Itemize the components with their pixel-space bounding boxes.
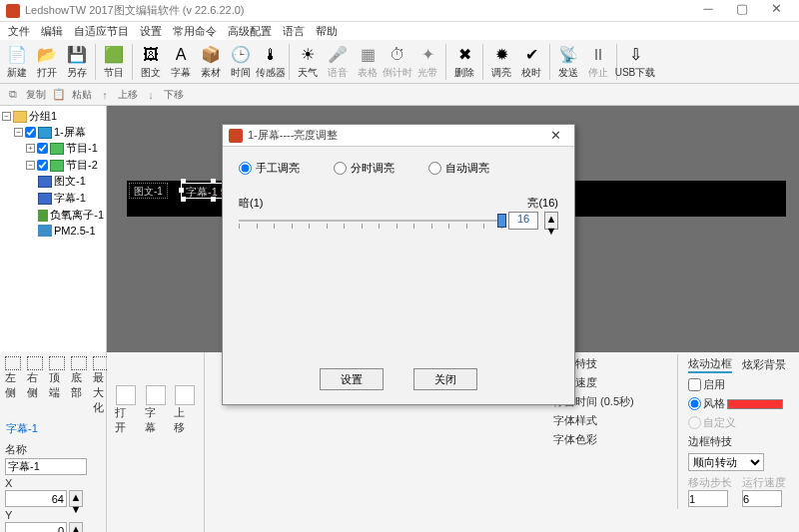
menu-help[interactable]: 帮助 <box>312 23 342 40</box>
tab-border[interactable]: 炫动边框 <box>688 356 732 373</box>
brightness-dialog: 1-屏幕----亮度调整 ✕ 手工调亮 分时调亮 自动调亮 暗(1) 亮(16)… <box>222 124 575 405</box>
window-titlebar: LedshowTW 2017图文编辑软件 (v 22.6.22.0) ─ ▢ ✕ <box>0 0 799 22</box>
menu-bar: 文件 编辑 自适应节目 设置 常用命令 高级配置 语言 帮助 <box>0 22 799 40</box>
tree-item-pm25[interactable]: PM2.5-1 <box>54 225 96 237</box>
minimize-button[interactable]: ─ <box>691 1 725 21</box>
copy-icon[interactable]: ⧉ <box>4 86 22 104</box>
open-button[interactable]: 打开 <box>115 385 137 435</box>
menu-commands[interactable]: 常用命令 <box>169 23 221 40</box>
tool-倒计时[interactable]: ⏱倒计时 <box>383 42 412 82</box>
name-field[interactable] <box>5 458 87 475</box>
tool-新建[interactable]: 📄新建 <box>2 42 32 82</box>
sub-toolbar: ⧉复制 📋粘贴 ↑上移 ↓下移 <box>0 84 799 106</box>
current-region-label: 字幕-1 <box>0 419 106 438</box>
brightness-value[interactable]: 16 <box>508 212 538 230</box>
menu-edit[interactable]: 编辑 <box>37 23 67 40</box>
x-spin[interactable]: ▲▼ <box>69 490 83 507</box>
style-radio[interactable] <box>688 397 701 410</box>
radio-auto[interactable]: 自动调亮 <box>428 161 489 176</box>
tree-prog1[interactable]: 节目-1 <box>66 141 98 156</box>
align-right[interactable]: 右侧 <box>27 356 43 415</box>
brightness-spin[interactable]: ▲▼ <box>544 212 558 230</box>
tool-时间[interactable]: 🕒时间 <box>226 42 256 82</box>
tree-check-screen[interactable] <box>25 127 36 138</box>
y-field[interactable] <box>5 522 67 532</box>
tool-USB下载[interactable]: ⇩USB下载 <box>620 42 650 82</box>
edge-effect-select[interactable]: 顺向转动 <box>688 453 764 471</box>
x-field[interactable] <box>5 490 67 507</box>
align-bottom[interactable]: 底部 <box>71 356 87 415</box>
menu-adaptive[interactable]: 自适应节目 <box>70 23 133 40</box>
tool-发送[interactable]: 📡发送 <box>553 42 583 82</box>
tool-素材[interactable]: 📦素材 <box>196 42 226 82</box>
tool-删除[interactable]: ✖删除 <box>449 42 479 82</box>
tool-节目[interactable]: 🟩节目 <box>99 42 129 82</box>
tree-check-prog2[interactable] <box>37 160 48 171</box>
tool-打开[interactable]: 📂打开 <box>32 42 62 82</box>
dialog-close-btn[interactable]: 关闭 <box>413 368 477 390</box>
speed-field[interactable] <box>742 490 782 507</box>
tree-screen[interactable]: 1-屏幕 <box>54 125 86 140</box>
set-button[interactable]: 设置 <box>320 368 384 390</box>
slider-thumb[interactable] <box>497 214 506 228</box>
y-spin[interactable]: ▲▼ <box>69 522 83 532</box>
stage-cell-1[interactable]: 图文-1 <box>129 183 168 199</box>
align-left[interactable]: 左侧 <box>5 356 21 415</box>
paste-icon[interactable]: 📋 <box>50 86 68 104</box>
radio-timed[interactable]: 分时调亮 <box>334 161 395 176</box>
tool-光带[interactable]: ✦光带 <box>412 42 442 82</box>
moveup-button[interactable]: 上移 <box>174 385 196 435</box>
tool-字幕[interactable]: A字幕 <box>166 42 196 82</box>
tool-调亮[interactable]: ✹调亮 <box>486 42 516 82</box>
tree-item-image[interactable]: 图文-1 <box>54 174 86 189</box>
subtitle-button[interactable]: 字幕 <box>145 385 167 435</box>
tool-图文[interactable]: 🖼图文 <box>136 42 166 82</box>
tool-语音[interactable]: 🎤语音 <box>323 42 353 82</box>
menu-language[interactable]: 语言 <box>279 23 309 40</box>
tool-表格[interactable]: ▦表格 <box>353 42 383 82</box>
tree-group[interactable]: 分组1 <box>29 109 57 124</box>
tree-item-subtitle[interactable]: 字幕-1 <box>54 191 86 206</box>
main-toolbar: 📄新建📂打开💾另存🟩节目🖼图文A字幕📦素材🕒时间🌡传感器☀天气🎤语音▦表格⏱倒计… <box>0 40 799 84</box>
dialog-close-button[interactable]: ✕ <box>542 128 568 143</box>
movedown-icon[interactable]: ↓ <box>142 86 160 104</box>
tab-background[interactable]: 炫彩背景 <box>742 357 786 372</box>
tool-天气[interactable]: ☀天气 <box>293 42 323 82</box>
align-top[interactable]: 顶端 <box>49 356 65 415</box>
menu-file[interactable]: 文件 <box>4 23 34 40</box>
window-title: LedshowTW 2017图文编辑软件 (v 22.6.22.0) <box>25 3 691 18</box>
align-bar: 左侧 右侧 顶端 底部 最大化 <box>0 352 106 419</box>
label-bright: 亮(16) <box>527 196 558 211</box>
tree-prog2[interactable]: 节目-2 <box>66 158 98 173</box>
maximize-button[interactable]: ▢ <box>725 1 759 21</box>
style-swatch[interactable] <box>727 399 783 409</box>
moveup-icon[interactable]: ↑ <box>96 86 114 104</box>
brightness-slider[interactable] <box>239 211 502 231</box>
tree-check-prog1[interactable] <box>37 143 48 154</box>
tool-停止[interactable]: ⏸停止 <box>583 42 613 82</box>
dialog-icon <box>229 129 243 143</box>
close-button[interactable]: ✕ <box>759 1 793 21</box>
radio-manual[interactable]: 手工调亮 <box>239 161 300 176</box>
tool-另存[interactable]: 💾另存 <box>62 42 92 82</box>
tree-item-ion[interactable]: 负氧离子-1 <box>50 208 104 223</box>
menu-settings[interactable]: 设置 <box>136 23 166 40</box>
step-field[interactable] <box>688 490 728 507</box>
custom-radio <box>688 416 701 429</box>
tool-传感器[interactable]: 🌡传感器 <box>256 42 286 82</box>
app-icon <box>6 4 20 18</box>
label-dark: 暗(1) <box>239 196 263 211</box>
menu-advanced[interactable]: 高级配置 <box>224 23 276 40</box>
enable-check[interactable] <box>688 378 701 391</box>
tool-校时[interactable]: ✔校时 <box>516 42 546 82</box>
dialog-title: 1-屏幕----亮度调整 <box>248 128 542 143</box>
